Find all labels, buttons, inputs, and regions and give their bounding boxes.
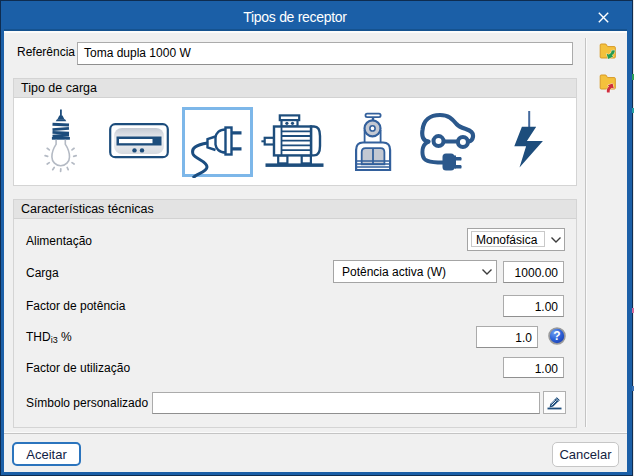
svg-text:?: ? xyxy=(553,329,560,343)
